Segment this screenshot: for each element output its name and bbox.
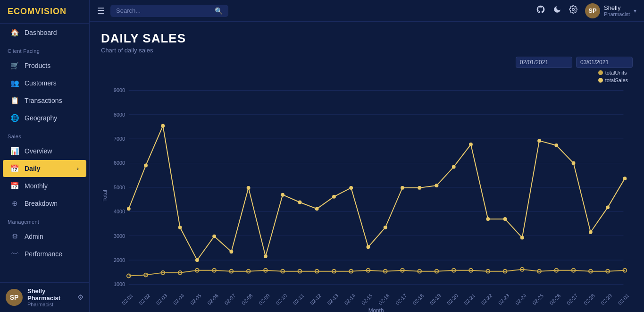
main-content: ☰ 🔍 SP Shelly Pharmacist ▾ (90, 0, 644, 312)
sidebar-item-admin[interactable]: ⚙ Admin (3, 228, 86, 245)
topbar-user[interactable]: SP Shelly Pharmacist ▾ (585, 3, 636, 18)
x-label: 02-11 (292, 293, 305, 306)
sidebar-label-admin: Admin (25, 233, 43, 240)
customers-icon: 👥 (10, 79, 19, 87)
legend-dot-sales (598, 78, 603, 83)
sidebar-section-management: Management (0, 212, 89, 228)
x-label: 02-18 (411, 293, 425, 306)
app-logo: ECOMVISION (0, 0, 89, 24)
x-label: 02-25 (531, 293, 544, 306)
breakdown-icon: ⊕ (10, 199, 19, 208)
sidebar-item-geography[interactable]: 🌐 Geography (3, 110, 86, 126)
x-label: 02-20 (446, 293, 459, 306)
products-icon: 🛒 (10, 61, 19, 70)
overview-icon: 📊 (10, 147, 19, 155)
svg-point-0 (572, 8, 575, 11)
monthly-icon: 📅 (10, 182, 19, 190)
x-label: 02-13 (326, 293, 339, 306)
sidebar-item-daily[interactable]: 📅 Daily › (3, 160, 86, 177)
legend-item-units: totalUnits (598, 70, 628, 76)
x-label: 02-21 (463, 293, 476, 306)
sidebar-user-role: Pharmacist (27, 302, 73, 307)
chart-title: DAILY SALES (101, 31, 633, 46)
sales-dot (435, 184, 439, 187)
sales-dot (469, 143, 473, 146)
sidebar-item-performance[interactable]: 〰 Performance (3, 245, 86, 262)
y-label-3000: 3000 (114, 233, 125, 239)
sales-dot (520, 236, 524, 240)
sales-dot (264, 254, 268, 258)
topbar-user-role: Pharmacist (604, 11, 630, 17)
x-label: 02-17 (394, 293, 408, 306)
sidebar-item-breakdown[interactable]: ⊕ Breakdown (3, 195, 86, 212)
sidebar-label-performance: Performance (25, 250, 62, 258)
topbar-user-details: Shelly Pharmacist (604, 4, 630, 17)
sales-dot (367, 245, 370, 249)
sales-dot (212, 235, 216, 238)
search-input[interactable] (116, 7, 211, 14)
sidebar-item-monthly[interactable]: 📅 Monthly (3, 177, 86, 194)
y-label-8000: 8000 (114, 112, 125, 118)
x-label: 02-04 (172, 293, 185, 306)
total-units-line (129, 270, 625, 276)
menu-icon[interactable]: ☰ (97, 6, 105, 16)
y-label-7000: 7000 (114, 136, 125, 142)
avatar-initials: SP (10, 294, 19, 301)
sales-dot (195, 258, 199, 262)
x-label: 02-02 (138, 293, 151, 306)
date-from-input[interactable] (516, 57, 572, 68)
legend-label-sales: totalSales (605, 77, 628, 83)
x-label: 02-27 (566, 293, 579, 306)
sales-dot (144, 164, 148, 168)
x-label: 02-22 (480, 293, 493, 306)
avatar: SP (6, 289, 23, 306)
sidebar-item-transactions[interactable]: 📋 Transactions (3, 92, 86, 109)
sidebar-content: 🏠 Dashboard Client Facing 🛒 Products 👥 C… (0, 24, 89, 282)
y-label-4000: 4000 (114, 209, 125, 214)
date-to-input[interactable] (576, 57, 633, 68)
y-label-9000: 9000 (114, 87, 125, 93)
sidebar-label-daily: Daily (25, 165, 40, 172)
x-axis-title: Month (368, 307, 384, 312)
y-axis-title: Total (101, 190, 108, 202)
gear-icon[interactable] (569, 5, 577, 16)
sidebar-footer: SP Shelly Pharmacist Pharmacist ⚙ (0, 282, 89, 312)
x-label: 02-24 (514, 293, 527, 306)
sales-dot (554, 143, 558, 147)
sidebar-section-sales: Sales (0, 127, 89, 142)
sidebar-item-dashboard[interactable]: 🏠 Dashboard (3, 24, 86, 41)
search-bar[interactable]: 🔍 (110, 5, 228, 17)
chart-wrapper: totalUnits totalSales .grid-line { strok… (101, 70, 633, 312)
legend-label-units: totalUnits (605, 70, 627, 76)
sales-dot (503, 217, 507, 221)
sidebar-item-overview[interactable]: 📊 Overview (3, 143, 86, 160)
sidebar-item-products[interactable]: 🛒 Products (3, 57, 86, 74)
x-label: 02-07 (224, 293, 237, 306)
sales-dot (572, 161, 576, 165)
x-label: 02-14 (343, 293, 356, 306)
topbar-right: SP Shelly Pharmacist ▾ (536, 3, 636, 18)
sidebar-label-customers: Customers (25, 79, 57, 87)
x-label: 02-29 (600, 293, 613, 306)
github-icon[interactable] (536, 5, 545, 17)
sales-dot (606, 205, 610, 209)
transactions-icon: 📋 (10, 96, 19, 105)
sidebar-section-client: Client Facing (0, 42, 89, 57)
y-label-1000: 1000 (114, 281, 125, 287)
topbar: ☰ 🔍 SP Shelly Pharmacist ▾ (90, 0, 644, 22)
dark-mode-icon[interactable] (553, 5, 561, 16)
sales-dot (349, 186, 353, 190)
sidebar-user-name: Shelly Pharmacist (27, 287, 73, 302)
x-label: 02-23 (497, 293, 510, 306)
topbar-chevron-icon: ▾ (634, 8, 636, 14)
x-label: 02-09 (258, 293, 271, 306)
geography-icon: 🌐 (10, 114, 19, 122)
chart-legend: totalUnits totalSales (598, 70, 628, 83)
settings-icon[interactable]: ⚙ (77, 293, 84, 302)
sales-dot (418, 186, 421, 190)
sidebar-item-customers[interactable]: 👥 Customers (3, 75, 86, 92)
sales-dot (281, 193, 284, 197)
chart-controls (101, 57, 633, 68)
x-label: 02-03 (155, 293, 168, 306)
x-label: 02-10 (275, 293, 288, 306)
